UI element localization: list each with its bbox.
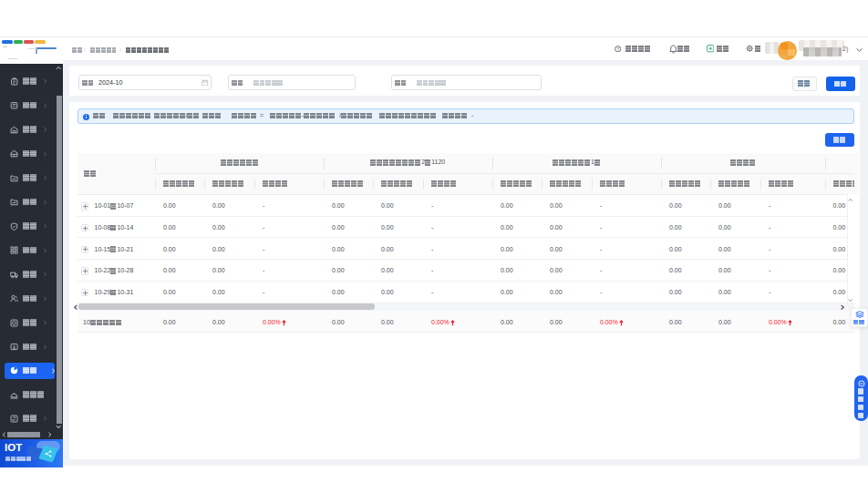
svg-text:?: ? [616,46,619,51]
